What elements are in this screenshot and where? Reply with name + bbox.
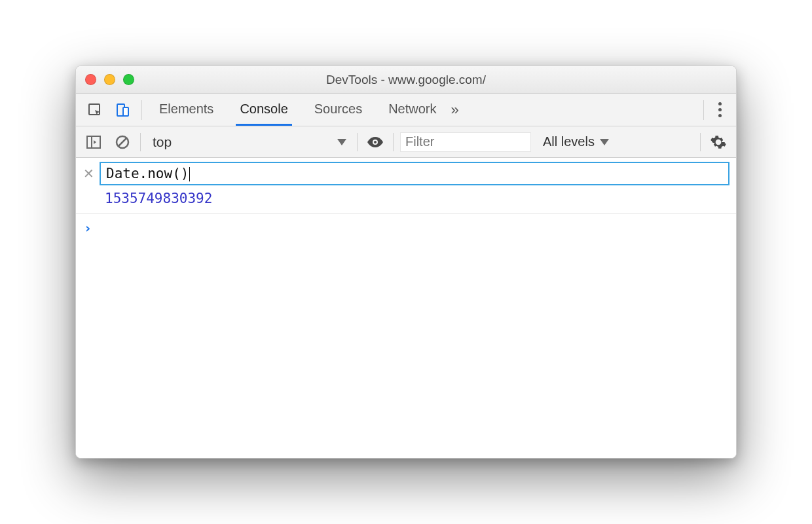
tab-console[interactable]: Console (236, 94, 291, 126)
toolbar-divider (357, 133, 358, 151)
gear-icon[interactable] (707, 131, 729, 153)
toolbar-divider (393, 133, 394, 151)
toolbar-divider (140, 133, 141, 151)
console-body: ✕ Date.now() 1535749830392 › (76, 158, 736, 458)
titlebar: DevTools - www.google.com/ (76, 66, 736, 94)
tabs-overflow-button[interactable]: » (446, 102, 464, 119)
live-expression-result: 1535749830392 (105, 191, 729, 206)
toolbar-divider (703, 100, 704, 120)
tab-elements[interactable]: Elements (155, 94, 217, 126)
window-title: DevTools - www.google.com/ (76, 73, 736, 87)
main-tabs-toolbar: Elements Console Sources Network » (76, 94, 736, 126)
devtools-window: DevTools - www.google.com/ Elements Cons… (75, 66, 737, 458)
inspect-icon[interactable] (84, 99, 106, 121)
console-toolbar: top All levels (76, 126, 736, 158)
live-expression-input[interactable]: Date.now() (100, 162, 729, 185)
minimize-window-button[interactable] (104, 74, 115, 85)
traffic-lights (85, 74, 134, 85)
svg-rect-0 (89, 104, 100, 115)
svg-line-6 (119, 138, 126, 146)
panel-tabs: Elements Console Sources Network (155, 94, 441, 126)
context-label: top (153, 134, 172, 150)
toolbar-divider (700, 133, 701, 151)
zoom-window-button[interactable] (123, 74, 134, 85)
console-prompt-row: › (76, 214, 736, 242)
log-levels-selector[interactable]: All levels (543, 134, 609, 149)
live-expression-entry: ✕ Date.now() 1535749830392 (76, 158, 736, 214)
console-input[interactable] (98, 220, 728, 236)
svg-rect-2 (123, 107, 128, 116)
close-window-button[interactable] (85, 74, 96, 85)
text-cursor (189, 167, 190, 181)
close-icon[interactable]: ✕ (83, 166, 94, 181)
prompt-chevron-icon: › (84, 220, 92, 236)
eye-icon[interactable] (364, 131, 386, 153)
clear-icon[interactable] (111, 131, 134, 153)
sidebar-toggle-icon[interactable] (83, 131, 105, 153)
device-icon[interactable] (111, 99, 134, 121)
context-selector[interactable]: top (147, 134, 350, 150)
levels-label: All levels (543, 134, 595, 149)
tab-sources[interactable]: Sources (310, 94, 366, 126)
toolbar-divider (141, 100, 142, 120)
filter-input[interactable] (400, 132, 531, 152)
chevron-down-icon (337, 139, 346, 145)
live-expression-text: Date.now() (106, 166, 189, 181)
svg-point-8 (374, 141, 377, 143)
chevron-down-icon (600, 139, 609, 145)
kebab-icon[interactable] (712, 102, 728, 117)
tab-network[interactable]: Network (384, 94, 440, 126)
